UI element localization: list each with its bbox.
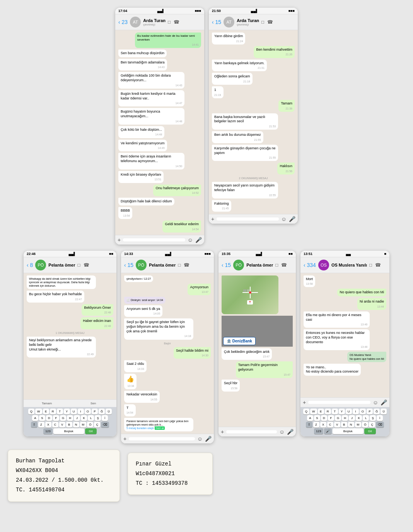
input-field-5[interactable] (226, 430, 277, 433)
key6-m[interactable]: M (355, 422, 362, 428)
back-btn-5[interactable]: ‹ 15 (222, 262, 231, 268)
key6-z[interactable]: Z (313, 422, 319, 428)
chat-header-6[interactable]: ‹ 334 OS OS Muslera Yanılı □ ☎ (300, 257, 389, 273)
video-icon-1[interactable]: □ (168, 19, 171, 25)
key-u[interactable]: U (71, 409, 77, 414)
input-field-6[interactable] (308, 401, 370, 404)
key6-space[interactable]: Boşluk (333, 428, 364, 434)
key-send-action[interactable]: Git (85, 428, 97, 434)
send-icon-5[interactable]: 🎤 (287, 429, 294, 435)
key-d[interactable]: D (46, 415, 52, 421)
input-field-4[interactable] (129, 437, 195, 440)
add-icon-4[interactable]: + (123, 436, 126, 442)
key6-s[interactable]: S (314, 415, 320, 421)
key-k[interactable]: K (81, 415, 87, 421)
key6-s-cedilla[interactable]: Ş (370, 415, 376, 421)
key6-mic[interactable]: 🎤 (324, 428, 332, 434)
phone-icon-5[interactable]: ☎ (281, 262, 287, 268)
add-icon-1[interactable]: + (118, 237, 121, 243)
key6-t[interactable]: T (332, 409, 338, 414)
key-u-umlaut[interactable]: Ü (106, 409, 112, 414)
phone-icon-2[interactable]: ☎ (267, 19, 273, 25)
key6-i-dot[interactable]: İ (377, 415, 383, 421)
back-btn-6[interactable]: ‹ 334 (304, 262, 316, 268)
key6-g-cedilla[interactable]: Ğ (374, 409, 380, 414)
send-icon-2[interactable]: 🎤 (289, 216, 295, 222)
key6-i[interactable]: I (353, 409, 359, 414)
chat-header-4[interactable]: ‹ 15 PÖ Pelanta ömer □ ☎ (121, 257, 214, 273)
key6-g[interactable]: G (335, 415, 341, 421)
add-icon-6[interactable]: + (303, 399, 306, 405)
phone-icon-4[interactable]: ☎ (184, 262, 189, 268)
key6-p[interactable]: P (367, 409, 373, 414)
key-s-cedilla[interactable]: Ş (95, 415, 101, 421)
key-o-umlaut[interactable]: Ö (87, 422, 93, 428)
key6-o[interactable]: O (360, 409, 366, 414)
key6-123[interactable]: 123 (314, 428, 323, 434)
send-icon-6[interactable]: 🎤 (381, 399, 387, 405)
chat-header-1[interactable]: ‹ 23 AT Arda Turan çevrimiçi □ ☎ (115, 14, 204, 30)
emoji-icon-5[interactable]: ☺ (279, 429, 285, 435)
input-field-1[interactable] (123, 238, 185, 241)
key-g-cedilla[interactable]: Ğ (99, 409, 105, 414)
video-icon-4[interactable]: □ (178, 262, 181, 268)
video-icon-2[interactable]: □ (261, 19, 264, 25)
key6-n[interactable]: N (348, 422, 354, 428)
key6-c[interactable]: C (327, 422, 333, 428)
back-btn-2[interactable]: ‹ 15 (212, 19, 221, 25)
phone-icon-3[interactable]: ☎ (84, 262, 89, 268)
key6-e[interactable]: E (318, 409, 324, 414)
key6-j[interactable]: J (349, 415, 355, 421)
key6-k[interactable]: K (356, 415, 362, 421)
back-btn-3[interactable]: ‹ 8 (27, 262, 33, 268)
key-t[interactable]: T (57, 409, 63, 414)
key-n[interactable]: N (73, 422, 79, 428)
add-icon-2[interactable]: + (211, 216, 214, 222)
key6-l[interactable]: L (363, 415, 369, 421)
key-r[interactable]: R (50, 409, 56, 414)
key-o[interactable]: O (85, 409, 91, 414)
key-g[interactable]: G (60, 415, 66, 421)
key-s[interactable]: S (39, 415, 45, 421)
key6-b[interactable]: B (341, 422, 347, 428)
key6-send[interactable]: Git (364, 428, 376, 434)
key-123[interactable]: 123 (43, 428, 52, 434)
chat-header-2[interactable]: ‹ 15 AT Arda Turan çevrimiçi □ ☎ (209, 14, 298, 30)
emoji-icon-1[interactable]: ☺ (188, 237, 193, 243)
emoji-icon-2[interactable]: ☺ (281, 216, 287, 222)
key-f[interactable]: F (53, 415, 59, 421)
key6-h[interactable]: H (342, 415, 348, 421)
back-btn-4[interactable]: ‹ 15 (124, 262, 133, 268)
key6-u-umlaut[interactable]: Ü (381, 409, 387, 414)
key-space[interactable]: Boşluk (53, 428, 84, 434)
key6-w[interactable]: W (310, 409, 317, 414)
send-icon-4[interactable]: 🎤 (205, 436, 212, 442)
key-b[interactable]: B (66, 422, 72, 428)
key6-d[interactable]: D (321, 415, 327, 421)
key-y[interactable]: Y (64, 409, 70, 414)
key-w[interactable]: W (35, 409, 42, 414)
emoji-icon-4[interactable]: ☺ (197, 436, 203, 442)
key-p[interactable]: P (92, 409, 98, 414)
key-backspace[interactable]: ⌫ (101, 422, 109, 428)
key-j[interactable]: J (74, 415, 80, 421)
key-x[interactable]: X (45, 422, 51, 428)
video-icon-6[interactable]: □ (369, 262, 372, 268)
key-c-cedilla[interactable]: Ç (94, 422, 100, 428)
back-btn-1[interactable]: ‹ 23 (118, 19, 128, 25)
key-h[interactable]: H (67, 415, 73, 421)
key6-a[interactable]: A (307, 415, 313, 421)
key-l[interactable]: L (88, 415, 94, 421)
key-c[interactable]: C (52, 422, 58, 428)
chat-header-5[interactable]: ‹ 15 PÖ Pelanta ömer □ ☎ (218, 257, 296, 273)
video-icon-3[interactable]: □ (77, 262, 80, 268)
add-icon-5[interactable]: + (221, 429, 224, 435)
key6-shift[interactable]: ⇧ (306, 422, 312, 428)
emoji-icon-6[interactable]: ☺ (373, 399, 378, 405)
tab-tamam[interactable]: Tamam (24, 401, 70, 406)
key-m[interactable]: M (80, 422, 87, 428)
send-icon-1[interactable]: 🎤 (195, 237, 202, 243)
key6-c-cedilla[interactable]: Ç (369, 422, 375, 428)
video-icon-5[interactable]: □ (275, 262, 278, 268)
key6-o-umlaut[interactable]: Ö (362, 422, 368, 428)
